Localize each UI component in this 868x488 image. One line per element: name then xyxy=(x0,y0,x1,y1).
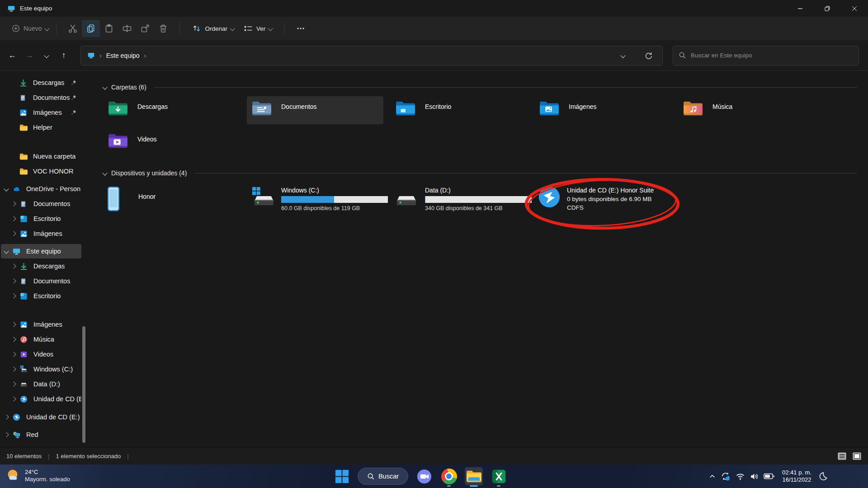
address-dropdown-button[interactable] xyxy=(615,48,631,63)
chevron-down-icon[interactable] xyxy=(4,186,9,191)
chevron-right-icon[interactable] xyxy=(11,366,16,371)
close-button[interactable] xyxy=(841,0,868,17)
sidebar-item-documentos[interactable]: Documentos xyxy=(1,197,81,211)
up-button[interactable]: ↑ xyxy=(56,48,71,63)
large-icons-view-button[interactable] xyxy=(852,451,862,461)
device-label: Data (D:) xyxy=(425,187,532,194)
wifi-icon[interactable] xyxy=(736,472,745,481)
sidebar-item-nueva-carpeta[interactable]: Nueva carpeta xyxy=(1,149,81,164)
image-icon xyxy=(19,320,28,329)
chevron-right-icon[interactable] xyxy=(11,278,16,283)
chevron-right-icon[interactable] xyxy=(11,231,16,236)
breadcrumb-item[interactable]: Este equipo xyxy=(106,52,140,59)
chevron-right-icon[interactable] xyxy=(11,293,16,298)
recent-locations-button[interactable] xyxy=(39,48,54,63)
refresh-button[interactable] xyxy=(641,48,656,63)
rename-button[interactable] xyxy=(118,20,136,37)
sidebar-item-unidad-de-cd-e[interactable]: Unidad de CD (E:) xyxy=(1,410,81,424)
moon-icon[interactable] xyxy=(818,471,828,482)
chevron-right-icon[interactable] xyxy=(11,337,16,342)
chevron-right-icon[interactable] xyxy=(11,381,16,386)
sidebar-item-videos[interactable]: Videos xyxy=(1,347,81,361)
folder-tile-videos[interactable]: Videos xyxy=(103,129,240,157)
chevron-right-icon[interactable] xyxy=(11,263,16,268)
volume-icon[interactable] xyxy=(750,472,759,481)
copy-button[interactable] xyxy=(82,20,100,37)
sidebar-item-voc-honor[interactable]: VOC HONOR xyxy=(1,164,81,178)
folder-icon xyxy=(19,152,28,161)
sidebar-item-red[interactable]: Red xyxy=(1,427,81,442)
chevron-right-icon[interactable] xyxy=(11,396,16,401)
folders-section-header[interactable]: Carpetas (6) xyxy=(103,83,868,92)
sidebar-item-unidad-de-cd-e[interactable]: Unidad de CD (E xyxy=(1,392,81,406)
chevron-right-icon[interactable] xyxy=(4,414,9,419)
sidebar-item-windows-c[interactable]: Windows (C:) xyxy=(1,362,81,376)
chevron-down-icon xyxy=(230,26,235,31)
collapse-chevron-icon[interactable] xyxy=(102,170,107,175)
capacity-bar xyxy=(425,196,532,203)
chevron-right-icon[interactable] xyxy=(4,432,9,437)
details-view-button[interactable] xyxy=(837,451,847,461)
search-input[interactable] xyxy=(691,52,853,59)
new-button[interactable]: Nuevo xyxy=(12,24,49,33)
sidebar-item-escritorio[interactable]: Escritorio xyxy=(1,289,81,303)
sync-icon[interactable] xyxy=(720,471,731,482)
command-bar: Nuevo Ordenar Ver xyxy=(0,17,868,40)
battery-icon[interactable] xyxy=(764,472,775,481)
collapse-chevron-icon[interactable] xyxy=(102,84,107,89)
forward-button[interactable]: → xyxy=(22,48,37,63)
cut-button[interactable] xyxy=(64,20,82,37)
view-button[interactable]: Ver xyxy=(239,20,277,37)
sidebar-item-musica[interactable]: Música xyxy=(1,332,81,347)
address-bar[interactable]: › Este equipo › xyxy=(80,46,663,66)
sidebar-item-onedrive-person[interactable]: OneDrive - Person xyxy=(1,182,81,196)
sidebar-item-imagenes[interactable]: Imágenes xyxy=(1,317,81,332)
folder-tile-imagenes[interactable]: Imágenes xyxy=(534,96,671,124)
sidebar-item-escritorio[interactable]: Escritorio xyxy=(1,211,81,226)
folder-tile-documentos[interactable]: Documentos xyxy=(247,96,383,124)
search-box[interactable] xyxy=(673,46,859,66)
explorer-app-icon[interactable] xyxy=(465,467,483,485)
device-tile-honor[interactable]: Honor xyxy=(103,183,240,221)
devices-section-header[interactable]: Dispositivos y unidades (4) xyxy=(103,169,868,178)
sidebar-item-este-equipo[interactable]: Este equipo xyxy=(1,244,81,258)
more-options-button[interactable] xyxy=(292,20,310,37)
sidebar-item-imagenes[interactable]: Imágenes xyxy=(1,105,81,120)
taskbar-search[interactable]: Buscar xyxy=(358,468,408,485)
minimize-button[interactable] xyxy=(787,0,814,17)
maximize-button[interactable] xyxy=(814,0,841,17)
chat-app-icon[interactable] xyxy=(415,467,433,485)
chrome-app-icon[interactable] xyxy=(440,467,458,485)
folder-tile-escritorio[interactable]: Escritorio xyxy=(391,96,527,124)
folder-tile-musica[interactable]: Música xyxy=(678,96,815,124)
back-button[interactable]: ← xyxy=(5,48,20,63)
sidebar-item-documentos[interactable]: Documentos xyxy=(1,274,81,288)
sidebar-scrollbar[interactable] xyxy=(82,326,85,443)
clock[interactable]: 02:41 p. m. 16/11/2022 xyxy=(782,469,811,483)
sort-button[interactable]: Ordenar xyxy=(187,20,239,37)
sidebar-item-descargas[interactable]: Descargas xyxy=(1,259,81,273)
share-button[interactable] xyxy=(136,20,154,37)
folder-tile-descargas[interactable]: Descargas xyxy=(103,96,240,124)
delete-button[interactable] xyxy=(154,20,172,37)
excel-app-icon[interactable] xyxy=(490,467,508,485)
sidebar-item-documentos[interactable]: Documentos xyxy=(1,90,81,105)
sidebar-item-imagenes[interactable]: Imágenes xyxy=(1,226,81,241)
device-tile-unidad-de-cd-e-honor-suite[interactable]: Unidad de CD (E:) Honor Suite0 bytes dis… xyxy=(534,183,671,221)
sidebar-item-label: Escritorio xyxy=(33,215,61,222)
start-button[interactable] xyxy=(333,467,351,485)
chevron-right-icon[interactable] xyxy=(11,201,16,206)
paste-button[interactable] xyxy=(100,20,118,37)
sidebar-item-descargas[interactable]: Descargas xyxy=(1,75,81,90)
device-tile-data-d[interactable]: Data (D:)340 GB disponibles de 341 GB xyxy=(391,183,527,221)
chevron-right-icon[interactable] xyxy=(11,322,16,327)
chevron-right-icon[interactable] xyxy=(11,352,16,357)
chevron-right-icon[interactable] xyxy=(11,216,16,221)
device-tile-windows-c[interactable]: Windows (C:)60.0 GB disponibles de 119 G… xyxy=(247,183,383,221)
document-icon xyxy=(19,200,28,208)
sidebar-item-helper[interactable]: Helper xyxy=(1,120,81,135)
chevron-down-icon[interactable] xyxy=(4,249,9,253)
tray-chevron-up-icon[interactable] xyxy=(709,473,716,480)
weather-widget[interactable]: 24°C Mayorm. soleado xyxy=(5,468,70,483)
sidebar-item-data-d[interactable]: Data (D:) xyxy=(1,377,81,391)
